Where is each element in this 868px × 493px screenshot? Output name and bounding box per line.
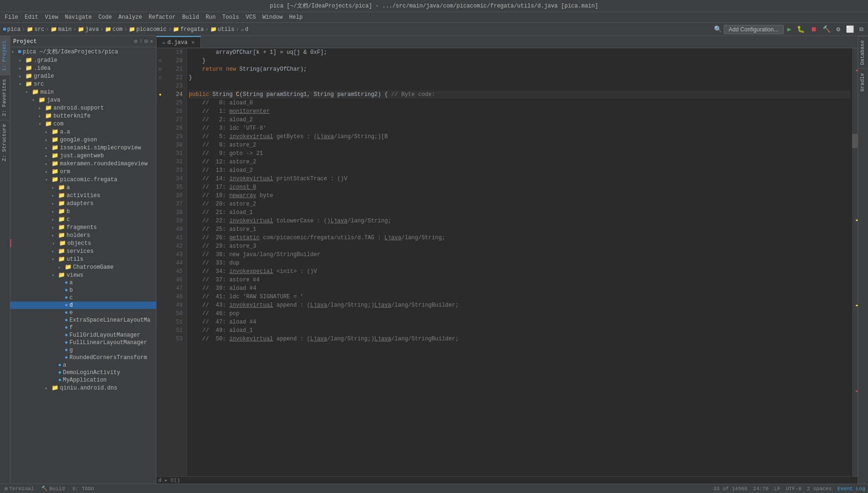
sidebar-tab-project[interactable]: 1: Project (0, 36, 10, 75)
more-button[interactable]: ⊟ (858, 24, 865, 34)
tree-java-f[interactable]: ▸ ● f (10, 324, 156, 331)
gutter-line-21[interactable]: ⊟ (156, 65, 164, 74)
build-button[interactable]: 🔨 (821, 24, 832, 34)
tree-java-e[interactable]: ▸ ● e (10, 309, 156, 316)
settings-button[interactable]: ⚙ (834, 24, 842, 34)
terminal-button[interactable]: ⊞ Terminal (3, 485, 36, 492)
tree-item-activities[interactable]: ▸ 📁 activities (10, 191, 156, 199)
tree-item-com[interactable]: ▾ 📁 com (10, 120, 156, 128)
tree-java-d[interactable]: ▸ ● d (10, 302, 156, 309)
editor-tab-d[interactable]: ☕ d.java ✕ (156, 36, 201, 48)
search-icon[interactable]: 🔍 (714, 25, 722, 33)
tree-item-utils[interactable]: ▾ 📁 utils (10, 255, 156, 263)
tree-item-java[interactable]: ▾ 📁 java (10, 96, 156, 104)
tree-item-adapters[interactable]: ▸ 📁 adapters (10, 199, 156, 207)
line-ending: LF (774, 486, 780, 492)
add-configuration-button[interactable]: Add Configuration... (724, 25, 784, 34)
sidebar-tab-gradle[interactable]: Gradle (858, 69, 868, 96)
breadcrumb-com[interactable]: 📁 com (105, 26, 123, 33)
tree-item-gradle2[interactable]: ▸ 📁 gradle (10, 72, 156, 80)
tree-item-makeramen[interactable]: ▸ 📁 makeramen.roundedimageview (10, 160, 156, 168)
tree-item-src[interactable]: ▾ 📁 src (10, 80, 156, 88)
tree-java-b[interactable]: ▸ ● b (10, 287, 156, 294)
tree-item-qiniu[interactable]: ▸ 📁 qiniu.android.dns (10, 384, 156, 392)
gutter-line-20[interactable]: ⊟ (156, 57, 164, 65)
tree-item-a[interactable]: ▸ 📁 a (10, 184, 156, 191)
tree-java-demo[interactable]: ▸ ● DemoLoginActivity (10, 369, 156, 376)
tree-item-fragments[interactable]: ▸ 📁 fragments (10, 223, 156, 231)
menu-run[interactable]: Run (203, 13, 219, 22)
tree-item-isseiaoki[interactable]: ▸ 📁 isseiaoki.simplecropview (10, 144, 156, 152)
tree-root-pica[interactable]: ▾ ■ pica ~/文档/IdeaProjects/pica (10, 47, 156, 56)
tree-item-chatroomgame[interactable]: ▸ 📁 ChatroomGame (10, 263, 156, 271)
tree-item-orm[interactable]: ▸ 📁 orm (10, 168, 156, 176)
menu-vcs[interactable]: VCS (243, 13, 259, 22)
tree-java-g[interactable]: ▸ ● g (10, 346, 156, 354)
close-tab-icon[interactable]: ✕ (191, 39, 194, 46)
tree-item-services[interactable]: ▸ 📁 services (10, 247, 156, 255)
menu-file[interactable]: File (2, 13, 21, 22)
tree-java-a2[interactable]: ▸ ● a (10, 361, 156, 369)
breadcrumb-src[interactable]: 📁 src (27, 26, 45, 33)
indent-settings[interactable]: 2 spaces (807, 486, 832, 492)
tree-item-gradle[interactable]: ▸ 📁 .gradle (10, 56, 156, 64)
breadcrumb-java[interactable]: 📁 java (78, 26, 99, 33)
tree-item-b[interactable]: ▸ 📁 b (10, 207, 156, 215)
gutter-line-25[interactable] (156, 99, 164, 107)
breadcrumb-fregata[interactable]: 📁 fregata (173, 26, 204, 33)
run-button[interactable]: ▶ (786, 24, 793, 34)
tree-item-views[interactable]: ▾ 📁 views (10, 271, 156, 279)
breadcrumb-d[interactable]: ☕ d (241, 26, 248, 33)
tree-item-googlegson[interactable]: ▸ 📁 google.gson (10, 136, 156, 144)
editor-scrollbar[interactable] (852, 48, 858, 476)
sort-icon[interactable]: ↕ (139, 38, 142, 45)
build-tool-button[interactable]: 🔨 Build (39, 485, 67, 492)
tree-item-holders[interactable]: ▸ 📁 holders (10, 231, 156, 239)
gutter-line-22[interactable]: ⊟ (156, 74, 164, 82)
stop-button[interactable]: ⏹ (809, 25, 819, 34)
debug-button[interactable]: 🐛 (795, 24, 807, 34)
breadcrumb-picacomic[interactable]: 📁 picacomic (129, 26, 167, 33)
sidebar-tab-favorites[interactable]: 2: Favorites (0, 75, 10, 120)
tree-item-aa[interactable]: ▸ 📁 a.a (10, 128, 156, 136)
menu-refactor[interactable]: Refactor (146, 13, 178, 22)
menu-window[interactable]: Window (260, 13, 285, 22)
tree-item-objects[interactable]: ▸ 📁 objects (10, 239, 156, 247)
code-editor[interactable]: arrayOfChar[k + 1] = uq[j & 0xF]; } retu… (187, 48, 852, 476)
breadcrumb-project[interactable]: ■ pica (3, 26, 21, 33)
event-log-button[interactable]: Event Log (838, 486, 865, 492)
tree-java-fullgrid[interactable]: ▸ ● FullGridLayoutManager (10, 331, 156, 339)
menu-tools[interactable]: Tools (220, 13, 242, 22)
menu-build[interactable]: Build (179, 13, 202, 22)
menu-analyze[interactable]: Analyze (116, 13, 145, 22)
menu-edit[interactable]: Edit (22, 13, 41, 22)
collapse-icon[interactable]: ⊟ (145, 38, 148, 45)
todo-button[interactable]: 6: TODO (70, 486, 96, 492)
tree-item-justagentweb[interactable]: ▸ 📁 just.agentweb (10, 152, 156, 160)
sidebar-tab-structure[interactable]: Z: Structure (0, 120, 10, 165)
tree-java-fulllinear[interactable]: ▸ ● FullLinearLayoutManager (10, 339, 156, 346)
tree-java-myapp[interactable]: ▸ ● MyApplication (10, 376, 156, 384)
tree-item-picacomic[interactable]: ▾ 📁 picacomic.fregata (10, 176, 156, 184)
close-icon[interactable]: ✕ (150, 38, 153, 45)
menu-navigate[interactable]: Navigate (62, 13, 95, 22)
tree-java-a[interactable]: ▸ ● a (10, 279, 156, 287)
sidebar-tab-database[interactable]: Database (858, 36, 868, 69)
tree-item-c[interactable]: ▸ 📁 c (10, 215, 156, 223)
tree-item-main[interactable]: ▾ 📁 main (10, 88, 156, 96)
menu-code[interactable]: Code (96, 13, 115, 22)
tree-java-c[interactable]: ▸ ● c (10, 294, 156, 302)
tree-java-extraspace[interactable]: ▸ ● ExtraSpaceLinearLayoutMa (10, 316, 156, 324)
tree-item-idea[interactable]: ▸ 📁 .idea (10, 64, 156, 72)
code-line-27: // 2: aload_2 (189, 116, 850, 124)
menu-help[interactable]: Help (286, 13, 305, 22)
tree-java-rounded[interactable]: ▸ ● RoundedCornersTransform (10, 354, 156, 361)
code-line-45: // 34: invokespecial <init> : ()V (189, 267, 850, 276)
gear-icon[interactable]: ⚙ (134, 38, 137, 45)
expand-button[interactable]: ⬜ (844, 24, 856, 34)
tree-item-android-support[interactable]: ▸ 📁 android.support (10, 104, 156, 112)
tree-item-butterknife[interactable]: ▸ 📁 butterknife (10, 112, 156, 120)
breadcrumb-main[interactable]: 📁 main (51, 26, 72, 33)
breadcrumb-utils[interactable]: 📁 utils (210, 26, 235, 33)
menu-view[interactable]: View (42, 13, 61, 22)
